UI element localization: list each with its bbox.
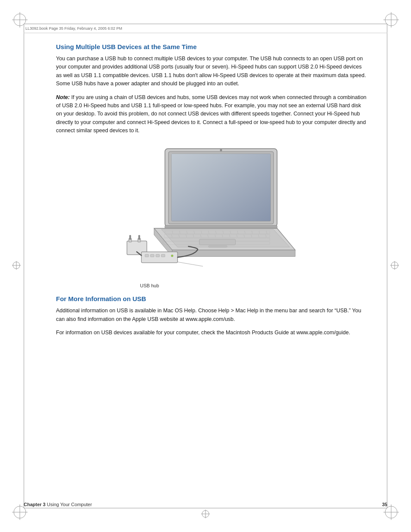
footer-page-number: 35: [382, 502, 387, 507]
footer-chapter-text: Using Your Computer: [46, 502, 92, 507]
usb-hub-label: USB hub: [140, 283, 368, 288]
border-right: [387, 24, 387, 508]
note-body: If you are using a chain of USB devices …: [56, 94, 367, 134]
footer-left: Chapter 3 Using Your Computer: [24, 502, 92, 507]
section1-paragraph1: You can purchase a USB hub to connect mu…: [56, 55, 368, 88]
section2-paragraph2: For information on USB devices available…: [56, 329, 368, 337]
image-container: [56, 143, 368, 279]
svg-rect-63: [199, 240, 236, 245]
footer: Chapter 3 Using Your Computer 35: [24, 502, 387, 507]
section2-paragraph1: Additional information on USB is availab…: [56, 307, 368, 324]
svg-rect-64: [209, 246, 227, 248]
svg-line-76: [177, 262, 203, 266]
laptop-illustration: [121, 143, 302, 277]
side-mark-right: [390, 261, 399, 271]
svg-rect-24: [171, 154, 271, 221]
svg-rect-70: [141, 252, 177, 263]
main-content: Using Multiple USB Devices at the Same T…: [56, 43, 368, 489]
svg-point-75: [171, 255, 173, 257]
svg-rect-73: [156, 255, 159, 257]
side-mark-left: [12, 261, 21, 271]
footer-chapter-label: Chapter 3: [24, 502, 46, 507]
section2-title: For More Information on USB: [56, 295, 368, 302]
svg-marker-28: [172, 250, 296, 257]
page: LL3092.book Page 35 Friday, February 4, …: [0, 0, 411, 532]
svg-rect-71: [145, 255, 149, 257]
section1-title: Using Multiple USB Devices at the Same T…: [56, 43, 368, 50]
section1-note: Note: If you are using a chain of USB de…: [56, 93, 368, 135]
header-text: LL3092.book Page 35 Friday, February 4, …: [25, 26, 122, 31]
svg-rect-68: [129, 235, 131, 240]
border-left: [24, 24, 24, 508]
side-mark-bottom: [201, 510, 210, 520]
note-label: Note:: [56, 94, 70, 100]
border-bottom: [24, 508, 387, 508]
svg-rect-69: [138, 235, 140, 240]
header-bar: LL3092.book Page 35 Friday, February 4, …: [24, 24, 387, 33]
svg-rect-74: [161, 255, 165, 257]
svg-point-25: [220, 149, 222, 151]
svg-rect-72: [150, 255, 154, 257]
